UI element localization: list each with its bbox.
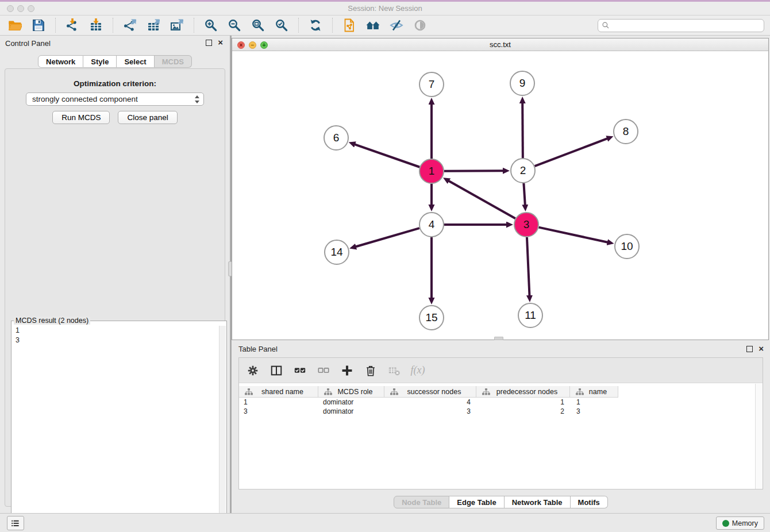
graph-node-3[interactable]: 3 <box>514 212 539 237</box>
graph-node-15[interactable]: 15 <box>419 305 444 330</box>
column-hierarchy-icon <box>573 388 584 395</box>
new-network-from-selection-icon[interactable] <box>340 17 359 33</box>
save-session-icon[interactable] <box>29 17 48 33</box>
table-cell[interactable]: dominator <box>318 407 384 416</box>
export-image-icon[interactable] <box>168 17 186 33</box>
graph-edge-3-1[interactable] <box>448 180 515 218</box>
graph-node-1[interactable]: 1 <box>419 159 444 184</box>
mcds-result-item[interactable]: 3 <box>12 336 218 345</box>
graph-node-4[interactable]: 4 <box>419 212 444 237</box>
table-tab-network-table[interactable]: Network Table <box>505 496 571 508</box>
table-cell[interactable]: 3 <box>570 407 618 416</box>
node-table-container: f(x) shared nameMCDS rolesuccessor nodes… <box>238 357 763 489</box>
control-panel-close-icon[interactable]: × <box>218 38 223 47</box>
status-bar: Memory <box>0 513 770 532</box>
graph-node-14[interactable]: 14 <box>324 240 349 265</box>
table-cell[interactable]: 1 <box>570 398 618 407</box>
graph-node-7[interactable]: 7 <box>419 72 444 97</box>
optimization-criterion-label: Optimization criterion: <box>5 79 225 88</box>
graph-node-9[interactable]: 9 <box>510 71 535 96</box>
tab-style[interactable]: Style <box>83 55 117 68</box>
column-hierarchy-icon <box>242 388 253 395</box>
export-network-icon[interactable] <box>121 17 139 33</box>
memory-button[interactable]: Memory <box>716 516 764 530</box>
column-header-label: shared name <box>253 388 318 396</box>
criterion-select[interactable]: strongly connected component <box>26 92 204 106</box>
table-panel-float-icon[interactable] <box>746 346 753 352</box>
control-panel-float-icon[interactable] <box>206 40 212 46</box>
table-rows: 1dominator4113dominator323 <box>239 398 755 416</box>
graph-node-11[interactable]: 11 <box>518 303 543 328</box>
search-input[interactable] <box>612 21 760 30</box>
show-all-icon <box>411 17 429 33</box>
import-network-icon[interactable] <box>63 17 82 33</box>
graph-edge-2-9[interactable] <box>522 102 523 158</box>
mcds-result-item[interactable]: 1 <box>12 326 218 336</box>
task-history-button[interactable] <box>7 516 24 530</box>
zoom-in-icon[interactable] <box>202 17 220 33</box>
graph-node-10[interactable]: 10 <box>614 234 640 259</box>
table-scrollbar[interactable] <box>755 384 763 489</box>
table-panel-close-icon[interactable]: × <box>759 344 764 353</box>
graph-edge-1-2[interactable] <box>444 171 504 171</box>
table-cell[interactable]: 1 <box>476 398 570 407</box>
table-row[interactable]: 1dominator411 <box>239 398 755 407</box>
table-cell[interactable]: 1 <box>239 398 318 407</box>
table-settings-icon[interactable] <box>245 363 261 379</box>
toolbar-separator <box>55 18 56 33</box>
mcds-result-group: MCDS result (2 nodes) 13 <box>11 317 227 532</box>
toolbar-separator <box>298 18 299 33</box>
table-cell[interactable]: 3 <box>384 407 476 416</box>
run-mcds-button[interactable]: Run MCDS <box>52 111 110 124</box>
graph-edge-2-3[interactable] <box>523 183 525 206</box>
table-row[interactable]: 3dominator323 <box>239 407 755 416</box>
tab-mcds[interactable]: MCDS <box>155 55 192 68</box>
graph-node-6[interactable]: 6 <box>324 125 349 151</box>
open-session-icon[interactable] <box>6 17 24 33</box>
import-table-icon[interactable] <box>87 17 105 33</box>
table-cell[interactable]: 2 <box>476 407 570 416</box>
zoom-selected-icon[interactable] <box>272 17 291 33</box>
delete-column-icon[interactable] <box>363 363 379 379</box>
graph-node-2[interactable]: 2 <box>510 158 536 183</box>
apply-layout-icon[interactable] <box>306 17 325 33</box>
graph-edge-1-6[interactable] <box>354 144 419 167</box>
column-header-successor-nodes[interactable]: successor nodes <box>384 386 476 397</box>
column-selector-icon[interactable] <box>268 363 284 379</box>
table-cell[interactable]: 3 <box>239 407 318 416</box>
table-cell[interactable]: 4 <box>384 398 476 407</box>
graph-edge-2-8[interactable] <box>535 138 609 166</box>
table-panel-title: Table Panel <box>238 345 278 353</box>
network-canvas[interactable]: 7968124314101511 <box>232 51 768 340</box>
column-header-name[interactable]: name <box>570 386 618 397</box>
tab-network[interactable]: Network <box>38 55 83 68</box>
screen-top-strip <box>0 0 770 2</box>
add-column-icon[interactable] <box>339 363 355 379</box>
mcds-result-scrollbar[interactable] <box>219 326 226 532</box>
hide-selected-icon[interactable] <box>387 17 406 33</box>
column-header-predecessor-nodes[interactable]: predecessor nodes <box>476 386 570 397</box>
table-tab-motifs[interactable]: Motifs <box>571 496 608 508</box>
export-table-icon[interactable] <box>144 17 163 33</box>
table-tab-edge-table[interactable]: Edge Table <box>449 496 504 508</box>
column-header-MCDS-role[interactable]: MCDS role <box>318 386 384 397</box>
control-panel: Control Panel × NetworkStyleSelectMCDS O… <box>0 36 230 513</box>
graph-edge-3-11[interactable] <box>527 237 530 296</box>
table-tab-node-table[interactable]: Node Table <box>394 496 449 508</box>
memory-button-label: Memory <box>732 519 758 527</box>
zoom-out-icon[interactable] <box>225 17 244 33</box>
column-header-shared-name[interactable]: shared name <box>239 386 318 397</box>
first-neighbors-icon[interactable] <box>364 17 382 33</box>
close-panel-button[interactable]: Close panel <box>118 111 177 124</box>
tab-select[interactable]: Select <box>117 55 154 68</box>
column-header-label: name <box>584 388 618 396</box>
zoom-fit-icon[interactable] <box>249 17 267 33</box>
table-cell[interactable]: dominator <box>318 398 384 407</box>
graph-node-8[interactable]: 8 <box>613 119 638 144</box>
graph-edge-3-10[interactable] <box>538 228 608 242</box>
select-all-rows-icon[interactable] <box>292 363 308 379</box>
graph-edge-4-14[interactable] <box>355 228 419 247</box>
horizontal-splitter-handle[interactable] <box>494 337 503 340</box>
deselect-all-rows-icon[interactable] <box>315 363 332 379</box>
toolbar-separator <box>194 18 194 33</box>
